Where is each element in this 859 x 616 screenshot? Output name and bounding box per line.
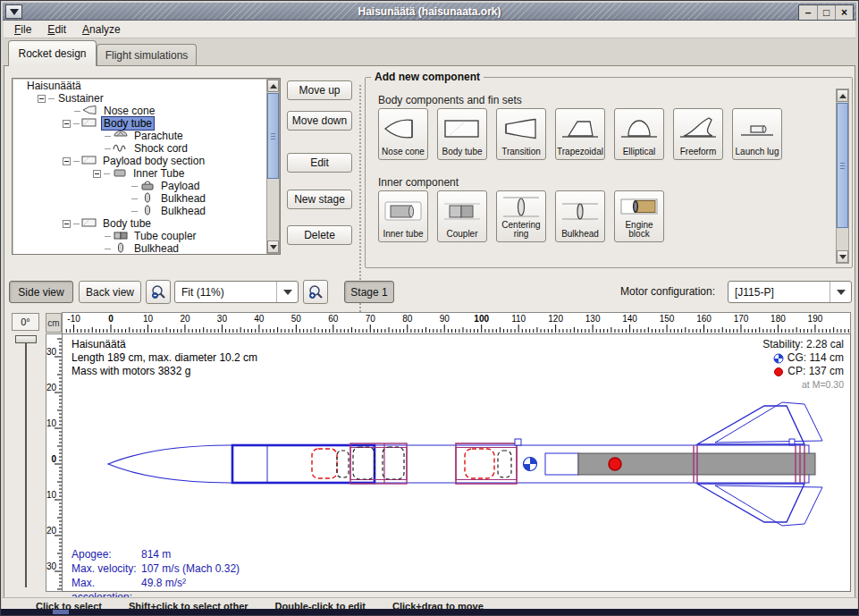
tree-item[interactable]: Parachute bbox=[13, 130, 265, 142]
menu-file[interactable]: File bbox=[14, 23, 31, 36]
launch-lug-shape[interactable] bbox=[515, 439, 521, 445]
nose-cone-shape[interactable] bbox=[108, 445, 232, 483]
shock-cord-icon bbox=[113, 142, 129, 156]
new-stage-button[interactable]: New stage bbox=[287, 190, 352, 209]
add-elliptical-button[interactable]: Elliptical bbox=[614, 108, 664, 160]
window-controls: –□× bbox=[798, 4, 854, 21]
back-view-button[interactable]: Back view bbox=[79, 281, 141, 303]
add-freeform-button[interactable]: Freeform bbox=[673, 108, 723, 160]
shock-cord-shape[interactable] bbox=[337, 451, 349, 477]
add-engine-block-button[interactable]: Engine block bbox=[614, 190, 664, 242]
scroll-up-icon[interactable] bbox=[267, 80, 279, 92]
tree-scrollbar-thumb[interactable] bbox=[267, 93, 279, 179]
scroll-up-icon[interactable] bbox=[837, 89, 848, 102]
add-component-group: Add new component Body components and fi… bbox=[365, 77, 853, 268]
tree-item[interactable]: Inner Tube bbox=[13, 167, 265, 180]
add-body-tube-button[interactable]: Body tube bbox=[437, 108, 487, 160]
payload-shape[interactable] bbox=[353, 447, 375, 479]
cg-icon bbox=[773, 353, 784, 364]
zoom-level-select[interactable]: Fit (11%) bbox=[174, 281, 299, 303]
tree-item[interactable]: Bulkhead bbox=[13, 242, 265, 254]
maximize-button[interactable]: □ bbox=[817, 5, 835, 20]
tree-item[interactable]: Bulkhead bbox=[13, 192, 265, 205]
tree-expander-icon[interactable] bbox=[63, 120, 71, 128]
add-centering-ring-button[interactable]: Centering ring bbox=[496, 190, 546, 242]
tree-expander-icon[interactable] bbox=[38, 95, 46, 103]
svg-text:10: 10 bbox=[143, 314, 154, 324]
magnifier-plus-icon bbox=[307, 284, 324, 300]
add-nose-cone-button[interactable]: Nose cone bbox=[378, 108, 428, 160]
freeform-icon bbox=[678, 109, 718, 148]
tree-expander-icon[interactable] bbox=[93, 170, 101, 178]
parachute-icon bbox=[113, 130, 129, 143]
tree-item-label: Haisunäätä bbox=[25, 80, 83, 92]
edit-button[interactable]: Edit bbox=[287, 153, 352, 173]
add-trapezoidal-button[interactable]: Trapezoidal bbox=[555, 108, 605, 160]
motor-configuration-label: Motor configuration: bbox=[620, 285, 715, 298]
rocket-figure-canvas[interactable]: HaisunäätäLength 189 cm, max. diameter 1… bbox=[62, 333, 851, 592]
tree-item[interactable]: Tube coupler bbox=[13, 230, 265, 242]
component-button-label: Inner tube bbox=[383, 230, 423, 241]
tree-item[interactable]: Shock cord bbox=[13, 142, 265, 155]
tree-item[interactable]: Sustainer bbox=[13, 92, 265, 105]
fin-far-top[interactable] bbox=[715, 402, 822, 443]
move-up-button[interactable]: Move up bbox=[287, 80, 352, 100]
fin-far-bottom[interactable] bbox=[715, 485, 822, 526]
zoom-out-button[interactable] bbox=[146, 280, 171, 304]
tree-expander-icon[interactable] bbox=[63, 157, 71, 165]
add-inner-tube-button[interactable]: Inner tube bbox=[378, 190, 428, 242]
parachute-shape[interactable] bbox=[312, 449, 337, 478]
tab-flight-simulations[interactable]: Flight simulations bbox=[97, 44, 197, 66]
menu-edit[interactable]: Edit bbox=[47, 23, 66, 36]
component-button-label: Bulkhead bbox=[561, 230, 599, 241]
component-group-label: Body components and fin sets bbox=[378, 94, 522, 106]
tree-item[interactable]: Nose cone bbox=[13, 105, 265, 117]
component-scrollbar-thumb[interactable] bbox=[837, 103, 848, 228]
fin-bottom[interactable] bbox=[697, 484, 804, 522]
delete-button[interactable]: Delete bbox=[287, 225, 352, 245]
stage-1-toggle[interactable]: Stage 1 bbox=[344, 281, 394, 303]
move-down-button[interactable]: Move down bbox=[287, 111, 352, 131]
tab-rocket-design[interactable]: Rocket design bbox=[8, 40, 97, 66]
add-bulkhead-button[interactable]: Bulkhead bbox=[555, 190, 605, 242]
motor-configuration-select[interactable]: [J115-P] bbox=[728, 281, 852, 303]
tree-item[interactable]: Haisunäätä bbox=[13, 80, 265, 92]
scroll-down-icon[interactable] bbox=[267, 240, 279, 253]
add-launch-lug-button[interactable]: Launch lug bbox=[732, 108, 782, 160]
zoom-in-button[interactable] bbox=[303, 280, 328, 304]
motor-mount-tube[interactable] bbox=[545, 453, 578, 475]
tree-item[interactable]: Payload body section bbox=[13, 155, 265, 167]
stability-info: Stability: 2.28 cal CG: 114 cm CP: 137 c… bbox=[762, 338, 844, 392]
side-view-button[interactable]: Side view bbox=[9, 281, 73, 303]
tree-item[interactable]: Bulkhead bbox=[13, 205, 265, 217]
title-bar[interactable]: Haisunäätä (haisunaata.ork) –□× bbox=[3, 3, 856, 21]
rotation-slider-handle[interactable] bbox=[15, 335, 37, 343]
add-component-title: Add new component bbox=[371, 71, 484, 83]
svg-text:140: 140 bbox=[622, 314, 637, 324]
payload-icon bbox=[139, 180, 156, 193]
add-coupler-button[interactable]: Coupler bbox=[437, 190, 487, 242]
menu-analyze[interactable]: Analyze bbox=[82, 23, 121, 36]
tree-item[interactable]: Body tube bbox=[13, 117, 265, 130]
tree-item[interactable]: Payload bbox=[13, 180, 265, 192]
flight-stat-label: Apogee: bbox=[72, 547, 141, 561]
tree-expander-icon[interactable] bbox=[63, 220, 71, 228]
rotation-slider-track[interactable] bbox=[25, 337, 27, 587]
tree-scrollbar[interactable] bbox=[266, 79, 280, 254]
tree-item[interactable]: Body tube bbox=[13, 217, 265, 230]
tree-guide-line bbox=[74, 111, 80, 112]
body-tube-icon bbox=[442, 109, 482, 148]
fin-top[interactable] bbox=[697, 406, 804, 444]
minimize-button[interactable]: – bbox=[799, 5, 817, 20]
tree-item-label: Bulkhead bbox=[159, 205, 207, 217]
cg-marker[interactable] bbox=[524, 458, 537, 471]
svg-text:30: 30 bbox=[46, 561, 56, 571]
component-scrollbar[interactable] bbox=[836, 89, 849, 264]
close-button[interactable]: × bbox=[835, 5, 853, 20]
bulkhead-icon bbox=[139, 205, 156, 218]
add-transition-button[interactable]: Transition bbox=[496, 108, 546, 160]
cp-marker[interactable] bbox=[609, 458, 621, 470]
inner-tube-icon bbox=[112, 167, 128, 181]
flight-stat-label: Max. velocity: bbox=[72, 561, 141, 576]
scroll-down-icon[interactable] bbox=[837, 250, 848, 263]
